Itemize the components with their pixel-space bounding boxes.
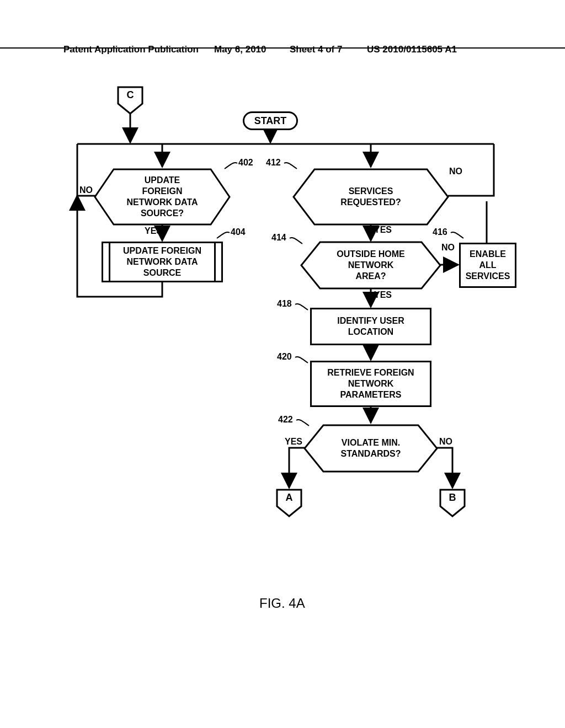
process-418-label: IDENTIFY USERLOCATION xyxy=(337,315,404,338)
label-414-no: NO xyxy=(441,243,455,253)
label-402-no: NO xyxy=(79,185,93,195)
connector-c: C xyxy=(117,86,143,115)
ref-418: 418 xyxy=(277,299,292,309)
ref-404: 404 xyxy=(231,227,246,237)
decision-402-label: UPDATEFOREIGNNETWORK DATASOURCE? xyxy=(94,168,231,226)
ref-412: 412 xyxy=(266,158,281,168)
connector-lines xyxy=(0,0,565,728)
decision-414: OUTSIDE HOMENETWORKAREA? xyxy=(300,240,441,290)
label-402-yes: YES xyxy=(145,226,162,236)
ref-422: 422 xyxy=(278,415,293,425)
decision-414-label: OUTSIDE HOMENETWORKAREA? xyxy=(300,240,441,290)
connector-a-label: A xyxy=(276,492,302,504)
decision-422: VIOLATE MIN.STANDARDS? xyxy=(303,424,438,473)
process-404: UPDATE FOREIGNNETWORK DATASOURCE xyxy=(102,242,223,282)
start-terminator: START xyxy=(243,111,298,130)
label-412-no: NO xyxy=(449,167,462,176)
process-404-label: UPDATE FOREIGNNETWORK DATASOURCE xyxy=(109,243,216,281)
label-412-yes: YES xyxy=(374,225,392,235)
process-420-label: RETRIEVE FOREIGNNETWORKPARAMETERS xyxy=(327,367,414,400)
label-414-yes: YES xyxy=(374,290,392,300)
ref-402: 402 xyxy=(238,158,253,168)
connector-b: B xyxy=(439,489,466,517)
process-420: RETRIEVE FOREIGNNETWORKPARAMETERS xyxy=(310,361,431,407)
decision-412-label: SERVICESREQUESTED? xyxy=(292,168,449,226)
figure-caption: FIG. 4A xyxy=(259,596,305,611)
ref-420: 420 xyxy=(277,352,292,362)
label-422-no: NO xyxy=(439,437,452,447)
start-label: START xyxy=(254,115,287,127)
decision-422-label: VIOLATE MIN.STANDARDS? xyxy=(303,424,438,473)
ref-416: 416 xyxy=(433,227,447,237)
label-422-yes: YES xyxy=(285,437,302,447)
flowchart-canvas: C START UPDATEFOREIGNNETWORK DATASOURCE?… xyxy=(0,0,565,728)
process-416: ENABLEALLSERVICES xyxy=(459,243,516,288)
decision-402: UPDATEFOREIGNNETWORK DATASOURCE? xyxy=(94,168,231,226)
connector-a: A xyxy=(276,489,302,517)
decision-412: SERVICESREQUESTED? xyxy=(292,168,449,226)
process-418: IDENTIFY USERLOCATION xyxy=(310,308,431,345)
connector-c-label: C xyxy=(117,89,143,101)
process-416-label: ENABLEALLSERVICES xyxy=(466,249,510,282)
ref-414: 414 xyxy=(271,233,286,243)
connector-b-label: B xyxy=(439,492,466,504)
